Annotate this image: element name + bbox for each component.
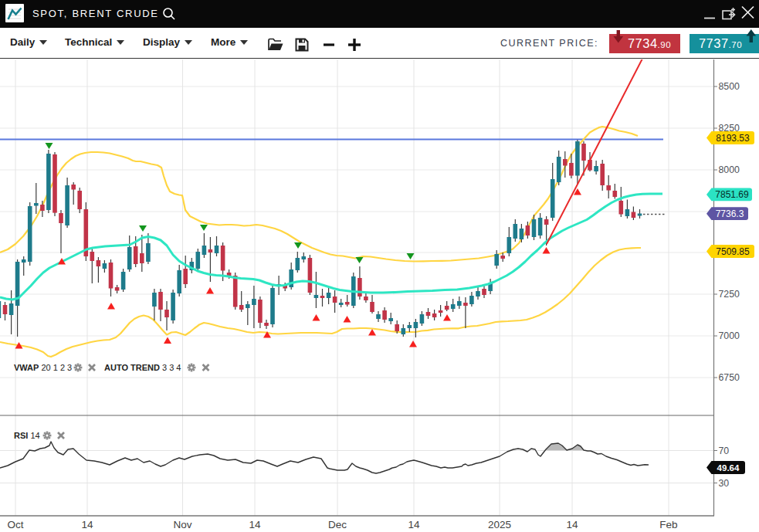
svg-text:Dec: Dec [328, 519, 347, 530]
svg-text:Feb: Feb [659, 519, 677, 530]
svg-text:8193.53: 8193.53 [716, 133, 750, 144]
svg-text:RSI 14: RSI 14 [14, 431, 40, 440]
svg-text:7000: 7000 [719, 330, 740, 341]
svg-text:14: 14 [81, 519, 93, 530]
svg-text:14: 14 [408, 519, 420, 530]
svg-text:7509.85: 7509.85 [716, 246, 750, 257]
svg-text:6750: 6750 [719, 372, 740, 383]
svg-text:70: 70 [719, 446, 730, 456]
svg-text:14: 14 [249, 519, 261, 530]
svg-text:8500: 8500 [719, 81, 740, 92]
svg-text:Oct: Oct [7, 519, 23, 530]
svg-text:7736.3: 7736.3 [716, 208, 744, 219]
svg-text:VWAP 20 1 2 3: VWAP 20 1 2 3 [14, 363, 72, 372]
svg-text:7250: 7250 [719, 289, 740, 300]
svg-text:7851.69: 7851.69 [715, 189, 749, 200]
svg-text:Nov: Nov [173, 519, 191, 530]
svg-text:49.64: 49.64 [717, 463, 740, 473]
svg-text:8000: 8000 [719, 164, 740, 175]
svg-text:30: 30 [719, 478, 730, 489]
svg-text:14: 14 [566, 519, 578, 530]
svg-text:2025: 2025 [488, 519, 511, 530]
svg-text:AUTO TREND 3 3 4: AUTO TREND 3 3 4 [104, 363, 181, 372]
